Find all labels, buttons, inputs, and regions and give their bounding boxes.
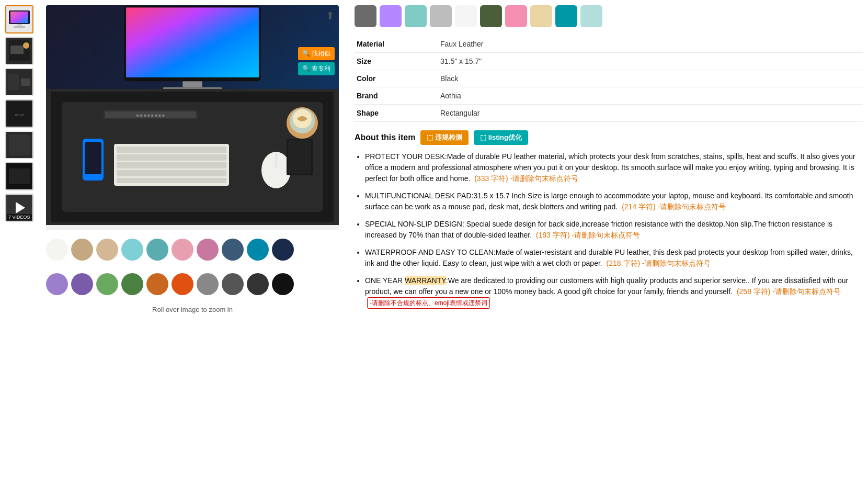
svg-rect-21 <box>126 7 259 77</box>
videos-badge: 7 VIDEOS <box>7 214 32 220</box>
bullet-item-2: SPECIAL NON-SLIP DESIGN: Special suede d… <box>365 219 863 241</box>
about-title: About this item <box>355 133 415 142</box>
violation-detect-button[interactable]: ⬚ 违规检测 <box>420 130 469 145</box>
char-count-4: (258 字符) <box>737 287 771 296</box>
spec-row-size: Size 31.5" x 15.7" <box>355 53 863 70</box>
top-swatch-6[interactable] <box>505 5 527 27</box>
bullet-list: PROTECT YOUR DESK:Made of durable PU lea… <box>355 151 863 309</box>
spec-row-material: Material Faux Leather <box>355 36 863 53</box>
svg-rect-2 <box>10 12 28 23</box>
monitor-section <box>46 5 339 89</box>
bottom-swatch-row1-4[interactable] <box>146 239 168 261</box>
top-swatch-1[interactable] <box>380 5 402 27</box>
material-label: Material <box>355 36 438 53</box>
top-swatch-7[interactable] <box>530 5 552 27</box>
char-count-3: (218 字符) <box>607 259 641 267</box>
svg-text:desk: desk <box>15 113 25 117</box>
svg-rect-17 <box>9 168 30 184</box>
svg-rect-30 <box>117 170 226 176</box>
bottom-swatch-row2-9[interactable] <box>272 273 294 295</box>
bottom-swatch-row2-3[interactable] <box>121 273 143 295</box>
bottom-swatches-row2 <box>46 269 339 299</box>
material-value: Faux Leather <box>438 36 863 53</box>
svg-rect-4 <box>14 26 25 28</box>
svg-rect-28 <box>117 154 226 161</box>
svg-text:■ ■ ■ ■ ■ ■ ■ ■: ■ ■ ■ ■ ■ ■ ■ ■ <box>136 113 165 118</box>
thumbnail-6[interactable] <box>5 162 33 190</box>
bullet-text-1: MULTIFUNCTIONAL DESK PAD:31.5 x 15.7 Inc… <box>365 192 853 211</box>
bottom-swatch-row1-1[interactable] <box>71 239 93 261</box>
bottom-swatch-row1-0[interactable] <box>46 239 68 261</box>
svg-rect-27 <box>117 147 226 153</box>
svg-rect-29 <box>117 162 226 168</box>
deskpad-section: ■ ■ ■ ■ ■ ■ ■ ■ <box>46 89 339 225</box>
svg-rect-35 <box>85 142 101 174</box>
spec-row-brand: Brand Aothia <box>355 87 863 105</box>
extra-warning-4: -请删除不合规的标点、emoji表情或违禁词 <box>367 297 490 309</box>
brand-value: Aothia <box>438 87 863 105</box>
bottom-swatch-row2-1[interactable] <box>71 273 93 295</box>
top-swatch-3[interactable] <box>430 5 452 27</box>
thumbnail-4[interactable]: desk <box>5 99 33 128</box>
bottom-swatch-row1-2[interactable] <box>96 239 118 261</box>
char-count-2: (193 字符) <box>536 231 570 239</box>
thumbnail-videos[interactable]: 7 VIDEOS <box>5 194 33 222</box>
roll-over-text: Roll over image to zoom in <box>46 306 339 313</box>
bullet-text-0: PROTECT YOUR DESK:Made of durable PU lea… <box>365 152 855 183</box>
bullet-item-0: PROTECT YOUR DESK:Made of durable PU lea… <box>365 151 863 184</box>
bullet-item-4: ONE YEAR WARRANTY:We are dedicated to pr… <box>365 275 863 309</box>
bottom-swatch-row1-6[interactable] <box>197 239 219 261</box>
bottom-swatch-row2-8[interactable] <box>247 273 269 295</box>
top-color-swatches <box>355 5 863 27</box>
main-image-box: ■ ■ ■ ■ ■ ■ ■ ■ ⬆ 🔍 找相似 🔍 查专利 <box>46 5 339 230</box>
bottom-swatch-row2-2[interactable] <box>96 273 118 295</box>
warning-text-1: -请删除句末标点符号 <box>658 203 726 211</box>
warning-text-3: -请删除句末标点符号 <box>642 259 711 267</box>
bullet-item-1: MULTIFUNCTIONAL DESK PAD:31.5 x 15.7 Inc… <box>365 190 863 212</box>
bottom-swatch-row2-5[interactable] <box>172 273 193 295</box>
top-swatch-8[interactable] <box>555 5 577 27</box>
bottom-swatch-row1-3[interactable] <box>121 239 143 261</box>
top-swatch-4[interactable] <box>455 5 477 27</box>
top-swatch-9[interactable] <box>580 5 602 27</box>
bottom-swatch-row1-8[interactable] <box>247 239 269 261</box>
top-swatch-2[interactable] <box>405 5 427 27</box>
thumbnail-5[interactable] <box>5 131 33 159</box>
shape-label: Shape <box>355 105 438 122</box>
bottom-swatch-row2-4[interactable] <box>146 273 168 295</box>
thumbnail-2[interactable] <box>5 37 33 65</box>
svg-rect-10 <box>8 74 19 90</box>
warning-text-4: -请删除句末标点符号 <box>772 287 841 296</box>
main-image-wrapper: ■ ■ ■ ■ ■ ■ ■ ■ ⬆ 🔍 找相似 🔍 查专利 <box>46 5 339 230</box>
top-swatch-5[interactable] <box>480 5 502 27</box>
bottom-swatch-row1-7[interactable] <box>222 239 244 261</box>
find-similar-button[interactable]: 🔍 找相似 <box>298 47 335 60</box>
top-swatch-0[interactable] <box>355 5 376 27</box>
svg-rect-37 <box>288 140 311 174</box>
specs-table: Material Faux Leather Size 31.5" x 15.7"… <box>355 36 863 122</box>
bottom-swatch-row1-9[interactable] <box>272 239 294 261</box>
spec-row-color: Color Black <box>355 70 863 87</box>
warning-text-0: -请删除句末标点符号 <box>510 174 579 183</box>
overlay-buttons: 🔍 找相似 🔍 查专利 <box>298 47 335 75</box>
thumbnail-1[interactable] <box>5 5 33 33</box>
char-count-1: (214 字符) <box>622 203 656 211</box>
svg-rect-22 <box>182 81 202 87</box>
thumbnail-3[interactable] <box>5 68 33 96</box>
thumbnail-column: desk 7 VIDEOS <box>5 5 36 315</box>
about-section: About this item ⬚ 违规检测 ⬚ listing优化 PROTE… <box>355 130 863 309</box>
char-count-0: (333 字符) <box>474 174 508 183</box>
color-label: Color <box>355 70 438 87</box>
bottom-swatch-row2-6[interactable] <box>197 273 219 295</box>
bullet-item-3: WATERPROOF AND EASY TO CLEAN:Made of wat… <box>365 247 863 269</box>
listing-optimize-button[interactable]: ⬚ listing优化 <box>474 130 528 145</box>
bottom-swatch-row2-7[interactable] <box>222 273 244 295</box>
about-header: About this item ⬚ 违规检测 ⬚ listing优化 <box>355 130 863 145</box>
share-button[interactable]: ⬆ <box>326 9 335 22</box>
product-info-column: Material Faux Leather Size 31.5" x 15.7"… <box>349 5 863 315</box>
bottom-swatch-row2-0[interactable] <box>46 273 68 295</box>
svg-rect-3 <box>17 24 22 26</box>
bottom-swatch-row1-5[interactable] <box>172 239 193 261</box>
shape-value: Rectangular <box>438 105 863 122</box>
check-patent-button[interactable]: 🔍 查专利 <box>298 62 335 75</box>
